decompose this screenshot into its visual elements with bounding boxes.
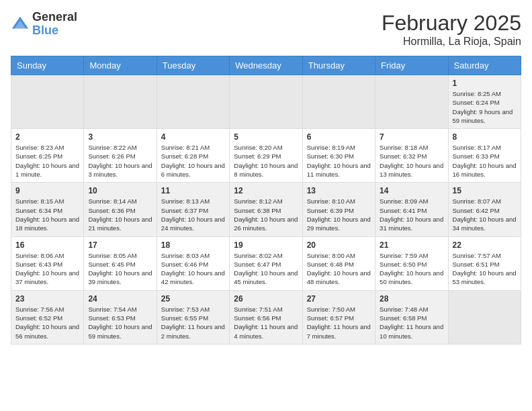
day-info: Sunrise: 7:59 AM Sunset: 6:50 PM Dayligh…: [380, 251, 443, 287]
day-number: 21: [380, 240, 443, 250]
calendar: Sunday Monday Tuesday Wednesday Thursday…: [11, 56, 521, 345]
calendar-day: [375, 75, 448, 129]
calendar-day: 23Sunrise: 7:56 AM Sunset: 6:52 PM Dayli…: [11, 290, 84, 344]
day-number: 15: [453, 186, 517, 195]
calendar-week-row: 16Sunrise: 8:06 AM Sunset: 6:43 PM Dayli…: [11, 236, 521, 290]
calendar-day: 15Sunrise: 8:07 AM Sunset: 6:42 PM Dayli…: [448, 183, 521, 236]
calendar-day: 3Sunrise: 8:22 AM Sunset: 6:26 PM Daylig…: [84, 129, 157, 183]
day-number: 1: [453, 79, 517, 88]
logo-general: General: [32, 10, 77, 24]
day-number: 17: [88, 240, 152, 250]
logo-blue: Blue: [32, 24, 58, 37]
location: Hormilla, La Rioja, Spain: [382, 36, 521, 48]
day-info: Sunrise: 7:50 AM Sunset: 6:57 PM Dayligh…: [307, 305, 371, 340]
day-number: 20: [307, 240, 371, 250]
day-info: Sunrise: 8:07 AM Sunset: 6:42 PM Dayligh…: [453, 197, 517, 232]
day-info: Sunrise: 8:00 AM Sunset: 6:48 PM Dayligh…: [307, 251, 371, 287]
calendar-day: 18Sunrise: 8:03 AM Sunset: 6:46 PM Dayli…: [157, 236, 229, 290]
day-info: Sunrise: 8:17 AM Sunset: 6:33 PM Dayligh…: [453, 143, 517, 179]
col-saturday: Saturday: [448, 56, 521, 75]
calendar-day: 28Sunrise: 7:48 AM Sunset: 6:58 PM Dayli…: [375, 290, 448, 344]
day-info: Sunrise: 8:05 AM Sunset: 6:45 PM Dayligh…: [88, 251, 152, 287]
day-number: 6: [307, 132, 371, 142]
logo-icon: [11, 15, 30, 34]
calendar-day: 19Sunrise: 8:02 AM Sunset: 6:47 PM Dayli…: [230, 236, 302, 290]
day-info: Sunrise: 8:12 AM Sunset: 6:38 PM Dayligh…: [234, 197, 298, 232]
day-info: Sunrise: 8:02 AM Sunset: 6:47 PM Dayligh…: [234, 251, 298, 287]
calendar-day: 14Sunrise: 8:09 AM Sunset: 6:41 PM Dayli…: [375, 183, 448, 236]
calendar-day: 2Sunrise: 8:23 AM Sunset: 6:25 PM Daylig…: [11, 129, 84, 183]
calendar-day: [448, 290, 521, 344]
day-number: 2: [15, 132, 79, 142]
calendar-day: 25Sunrise: 7:53 AM Sunset: 6:55 PM Dayli…: [157, 290, 229, 344]
logo: General Blue: [11, 11, 77, 38]
calendar-day: 8Sunrise: 8:17 AM Sunset: 6:33 PM Daylig…: [448, 129, 521, 183]
day-info: Sunrise: 7:56 AM Sunset: 6:52 PM Dayligh…: [15, 305, 79, 340]
day-number: 22: [453, 240, 517, 250]
day-number: 27: [307, 294, 371, 304]
calendar-day: [84, 75, 157, 129]
day-info: Sunrise: 8:14 AM Sunset: 6:36 PM Dayligh…: [88, 197, 152, 232]
calendar-day: 10Sunrise: 8:14 AM Sunset: 6:36 PM Dayli…: [84, 183, 157, 236]
calendar-day: 11Sunrise: 8:13 AM Sunset: 6:37 PM Dayli…: [157, 183, 229, 236]
col-thursday: Thursday: [302, 56, 375, 75]
day-info: Sunrise: 8:03 AM Sunset: 6:46 PM Dayligh…: [161, 251, 225, 287]
day-info: Sunrise: 8:21 AM Sunset: 6:28 PM Dayligh…: [161, 143, 225, 179]
calendar-day: 17Sunrise: 8:05 AM Sunset: 6:45 PM Dayli…: [84, 236, 157, 290]
day-info: Sunrise: 8:09 AM Sunset: 6:41 PM Dayligh…: [380, 197, 443, 232]
day-number: 9: [15, 186, 79, 195]
col-wednesday: Wednesday: [230, 56, 302, 75]
col-friday: Friday: [375, 56, 448, 75]
calendar-day: 22Sunrise: 7:57 AM Sunset: 6:51 PM Dayli…: [448, 236, 521, 290]
day-number: 4: [161, 132, 225, 142]
calendar-week-row: 1Sunrise: 8:25 AM Sunset: 6:24 PM Daylig…: [11, 75, 521, 129]
calendar-day: [302, 75, 375, 129]
col-monday: Monday: [84, 56, 157, 75]
calendar-day: [11, 75, 84, 129]
calendar-day: 21Sunrise: 7:59 AM Sunset: 6:50 PM Dayli…: [375, 236, 448, 290]
day-info: Sunrise: 8:18 AM Sunset: 6:32 PM Dayligh…: [380, 143, 443, 179]
calendar-day: 13Sunrise: 8:10 AM Sunset: 6:39 PM Dayli…: [302, 183, 375, 236]
calendar-day: 26Sunrise: 7:51 AM Sunset: 6:56 PM Dayli…: [230, 290, 302, 344]
day-info: Sunrise: 8:23 AM Sunset: 6:25 PM Dayligh…: [15, 143, 79, 179]
day-info: Sunrise: 8:06 AM Sunset: 6:43 PM Dayligh…: [15, 251, 79, 287]
day-info: Sunrise: 7:53 AM Sunset: 6:55 PM Dayligh…: [161, 305, 225, 340]
day-info: Sunrise: 8:20 AM Sunset: 6:29 PM Dayligh…: [234, 143, 298, 179]
calendar-week-row: 2Sunrise: 8:23 AM Sunset: 6:25 PM Daylig…: [11, 129, 521, 183]
calendar-day: 16Sunrise: 8:06 AM Sunset: 6:43 PM Dayli…: [11, 236, 84, 290]
day-number: 3: [88, 132, 152, 142]
day-number: 23: [15, 294, 79, 304]
col-tuesday: Tuesday: [157, 56, 229, 75]
day-info: Sunrise: 7:48 AM Sunset: 6:58 PM Dayligh…: [380, 305, 443, 340]
calendar-day: 6Sunrise: 8:19 AM Sunset: 6:30 PM Daylig…: [302, 129, 375, 183]
day-number: 25: [161, 294, 225, 304]
day-number: 13: [307, 186, 371, 195]
calendar-day: 5Sunrise: 8:20 AM Sunset: 6:29 PM Daylig…: [230, 129, 302, 183]
title-block: February 2025 Hormilla, La Rioja, Spain: [382, 11, 521, 48]
calendar-day: 1Sunrise: 8:25 AM Sunset: 6:24 PM Daylig…: [448, 75, 521, 129]
calendar-day: 4Sunrise: 8:21 AM Sunset: 6:28 PM Daylig…: [157, 129, 229, 183]
day-number: 14: [380, 186, 443, 195]
day-number: 19: [234, 240, 298, 250]
col-sunday: Sunday: [11, 56, 84, 75]
day-info: Sunrise: 8:22 AM Sunset: 6:26 PM Dayligh…: [88, 143, 152, 179]
day-number: 10: [88, 186, 152, 195]
day-info: Sunrise: 8:19 AM Sunset: 6:30 PM Dayligh…: [307, 143, 371, 179]
calendar-day: 12Sunrise: 8:12 AM Sunset: 6:38 PM Dayli…: [230, 183, 302, 236]
day-info: Sunrise: 8:15 AM Sunset: 6:34 PM Dayligh…: [15, 197, 79, 232]
month-title: February 2025: [382, 11, 521, 36]
calendar-day: 24Sunrise: 7:54 AM Sunset: 6:53 PM Dayli…: [84, 290, 157, 344]
calendar-week-row: 23Sunrise: 7:56 AM Sunset: 6:52 PM Dayli…: [11, 290, 521, 344]
calendar-day: [230, 75, 302, 129]
day-info: Sunrise: 8:10 AM Sunset: 6:39 PM Dayligh…: [307, 197, 371, 232]
day-number: 8: [453, 132, 517, 142]
day-info: Sunrise: 7:54 AM Sunset: 6:53 PM Dayligh…: [88, 305, 152, 340]
day-info: Sunrise: 7:57 AM Sunset: 6:51 PM Dayligh…: [453, 251, 517, 287]
calendar-day: 7Sunrise: 8:18 AM Sunset: 6:32 PM Daylig…: [375, 129, 448, 183]
day-number: 18: [161, 240, 225, 250]
day-number: 28: [380, 294, 443, 304]
day-number: 5: [234, 132, 298, 142]
logo-text: General Blue: [32, 11, 77, 38]
day-info: Sunrise: 8:25 AM Sunset: 6:24 PM Dayligh…: [453, 89, 517, 125]
calendar-day: [157, 75, 229, 129]
